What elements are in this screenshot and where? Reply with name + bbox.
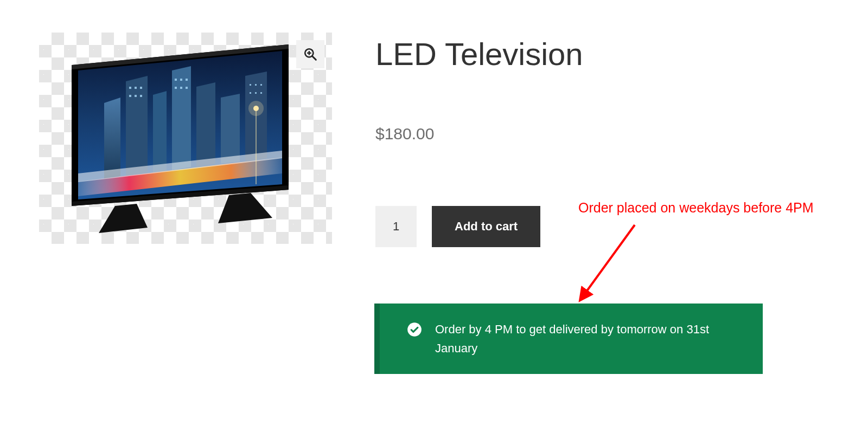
svg-rect-19 [180,87,182,89]
product-image-column [39,33,332,247]
svg-rect-11 [140,87,142,89]
svg-rect-16 [180,79,182,81]
svg-rect-22 [255,84,257,86]
zoom-button[interactable] [296,40,324,68]
svg-rect-18 [175,87,177,89]
svg-rect-12 [129,95,131,97]
svg-rect-9 [129,87,131,89]
price-value: 180.00 [385,125,435,143]
svg-rect-13 [135,95,137,97]
annotation-text: Order placed on weekdays before 4PM [578,200,814,216]
svg-rect-20 [186,87,188,89]
svg-rect-10 [135,87,137,89]
svg-marker-34 [99,204,148,233]
delivery-banner: Order by 4 PM to get delivered by tomorr… [374,304,763,374]
product-price: $180.00 [375,125,788,143]
svg-rect-26 [260,92,262,94]
currency-symbol: $ [375,125,385,143]
svg-marker-7 [221,94,240,164]
svg-rect-17 [186,79,188,81]
svg-rect-15 [175,79,177,81]
delivery-message: Order by 4 PM to get delivered by tomorr… [435,320,746,358]
add-to-cart-button[interactable]: Add to cart [432,206,540,247]
svg-marker-2 [104,98,120,179]
product-image[interactable] [39,33,332,244]
tv-illustration [66,43,305,238]
svg-marker-6 [196,82,215,167]
zoom-in-icon [303,47,317,61]
svg-marker-5 [172,66,191,170]
svg-rect-24 [250,92,251,94]
svg-rect-21 [250,84,251,86]
svg-rect-25 [255,92,257,94]
svg-marker-35 [218,193,272,223]
svg-rect-23 [260,84,262,86]
product-title: LED Television [375,37,788,72]
svg-marker-4 [153,91,167,173]
svg-point-42 [407,322,422,337]
quantity-input[interactable] [375,206,417,247]
svg-rect-14 [140,95,142,97]
svg-marker-3 [126,76,148,176]
svg-line-37 [312,56,316,60]
check-circle-icon [407,322,422,337]
